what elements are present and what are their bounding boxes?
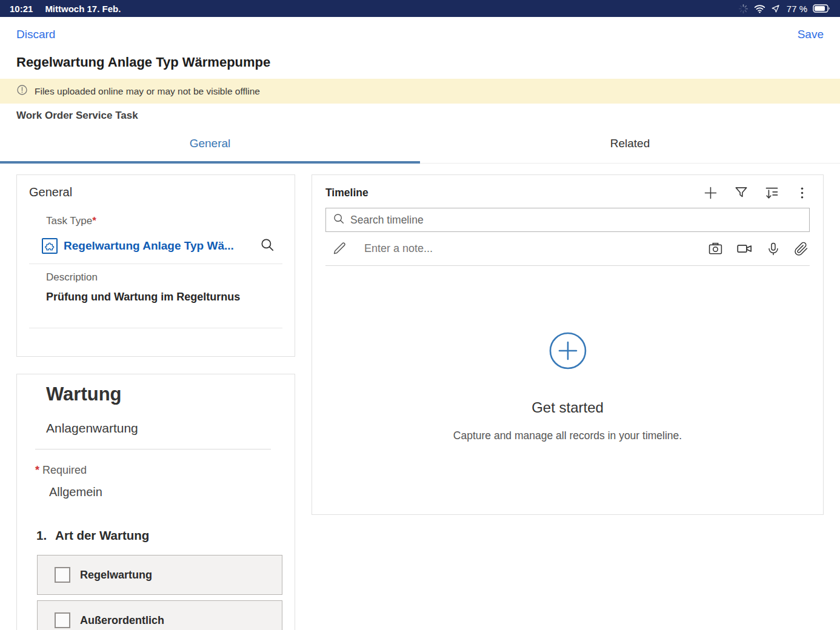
warning-info-icon xyxy=(16,84,28,98)
timeline-card: Timeline xyxy=(312,174,824,515)
tab-general[interactable]: General xyxy=(0,124,420,163)
question-art-der-wartung: 1. Art der Wartung xyxy=(36,528,282,543)
task-type-lookup-field[interactable]: Regelwartung Anlage Typ Wä... xyxy=(42,237,282,255)
get-started-plus-icon[interactable] xyxy=(548,331,587,373)
tab-general-label: General xyxy=(190,137,231,150)
option-regelwartung[interactable]: Regelwartung xyxy=(37,555,282,595)
status-date: Mittwoch 17. Feb. xyxy=(45,4,121,14)
option-ausserordentlich[interactable]: Außerordentlich xyxy=(37,600,282,630)
location-arrow-icon xyxy=(771,4,780,13)
task-type-label: Task Type* xyxy=(46,215,282,227)
save-button[interactable]: Save xyxy=(798,27,824,42)
regelwartung-checkbox-label: Regelwartung xyxy=(80,569,152,582)
section-allgemein-label: Allgemein xyxy=(49,485,282,499)
task-type-label-text: Task Type xyxy=(46,215,92,227)
required-star: * xyxy=(35,464,39,476)
status-bar: 10:21 Mittwoch 17. Feb. xyxy=(0,0,840,17)
task-type-value-link[interactable]: Regelwartung Anlage Typ Wä... xyxy=(64,239,234,253)
divider xyxy=(29,264,282,264)
page-title: Regelwartung Anlage Typ Wärmepumpe xyxy=(16,54,824,70)
attachment-icon[interactable] xyxy=(794,242,808,256)
ausserordentlich-checkbox-label: Außerordentlich xyxy=(80,614,164,627)
battery-percent: 77 % xyxy=(787,4,807,14)
required-note: * Required xyxy=(35,464,282,477)
tab-bar: General Related xyxy=(0,124,840,164)
discard-button[interactable]: Discard xyxy=(16,27,55,42)
timeline-add-icon[interactable] xyxy=(702,185,719,201)
timeline-search-box xyxy=(325,208,810,232)
service-task-puzzle-icon xyxy=(42,238,58,254)
tab-related-label: Related xyxy=(610,137,650,150)
video-icon[interactable] xyxy=(736,240,753,257)
tab-related[interactable]: Related xyxy=(420,124,840,163)
question-text: Art der Wartung xyxy=(55,528,149,543)
timeline-note-row[interactable]: Enter a note... xyxy=(325,232,810,266)
timeline-title: Timeline xyxy=(325,187,368,199)
timeline-more-icon[interactable] xyxy=(795,185,810,201)
note-placeholder: Enter a note... xyxy=(364,242,433,255)
timeline-search-input[interactable] xyxy=(350,214,803,227)
battery-icon xyxy=(813,4,830,13)
task-type-required-star: * xyxy=(92,215,96,227)
general-card-title: General xyxy=(29,185,282,199)
ausserordentlich-checkbox[interactable] xyxy=(55,612,70,628)
command-bar: Discard Save xyxy=(0,17,840,42)
search-icon xyxy=(332,212,345,228)
timeline-filter-icon[interactable] xyxy=(733,185,749,201)
microphone-icon[interactable] xyxy=(766,242,781,256)
general-section-card: General Task Type* Regelwartung Anlage T… xyxy=(16,174,295,357)
description-label: Description xyxy=(46,271,282,284)
divider xyxy=(35,449,271,449)
wartung-title: Wartung xyxy=(46,383,282,405)
get-started-title: Get started xyxy=(325,399,810,416)
wifi-icon xyxy=(754,4,765,13)
question-number: 1. xyxy=(36,528,47,543)
divider xyxy=(29,328,282,328)
pencil-icon xyxy=(332,241,347,256)
status-time: 10:21 xyxy=(10,4,33,14)
network-activity-spinner-icon xyxy=(738,4,748,14)
record-type-label: Work Order Service Task xyxy=(16,110,824,124)
required-text: Required xyxy=(42,464,87,476)
offline-warning-banner: Files uploaded online may or may not be … xyxy=(0,79,840,104)
app-screen: 10:21 Mittwoch 17. Feb. xyxy=(0,0,840,630)
timeline-empty-state: Get started Capture and manage all recor… xyxy=(325,331,810,442)
regelwartung-checkbox[interactable] xyxy=(55,567,70,583)
warning-text: Files uploaded online may or may not be … xyxy=(35,86,260,97)
description-value[interactable]: Prüfung und Wartung im Regelturnus xyxy=(46,291,282,303)
get-started-subtitle: Capture and manage all records in your t… xyxy=(325,429,810,442)
timeline-sort-icon[interactable] xyxy=(764,185,780,201)
wartung-subtitle: Anlagenwartung xyxy=(46,421,282,436)
camera-icon[interactable] xyxy=(708,241,723,256)
lookup-search-icon[interactable] xyxy=(259,237,275,255)
wartung-section-card: Wartung Anlagenwartung * Required Allgem… xyxy=(16,374,295,630)
